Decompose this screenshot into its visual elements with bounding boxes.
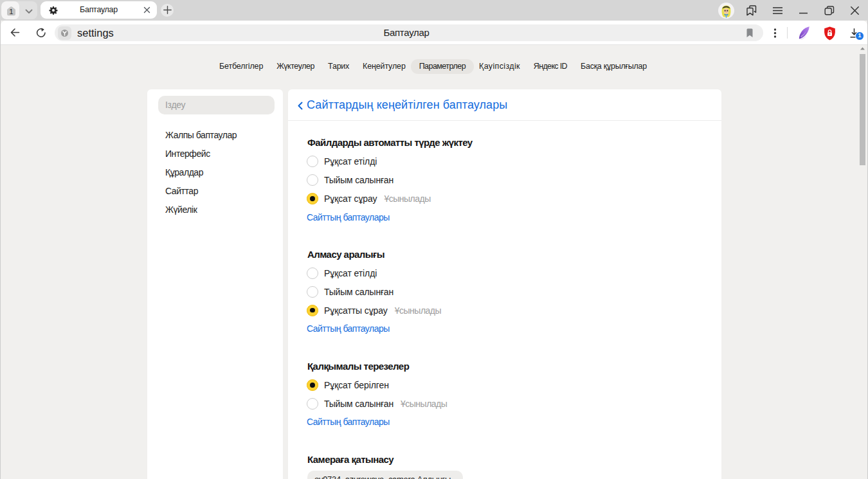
svg-text:1: 1: [9, 8, 13, 15]
